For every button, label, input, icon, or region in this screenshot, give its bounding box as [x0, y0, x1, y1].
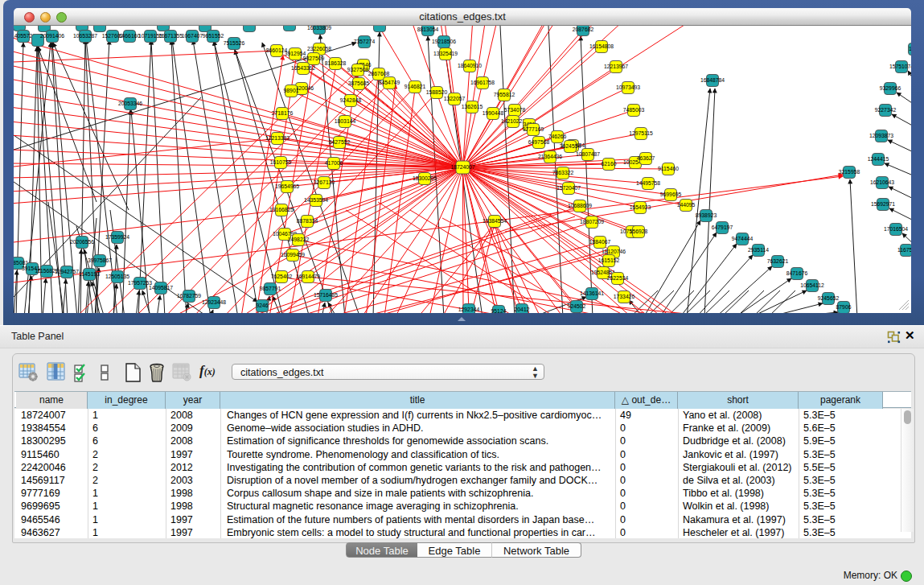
- svg-text:9245652: 9245652: [818, 295, 840, 301]
- svg-text:19384554: 19384554: [483, 218, 507, 224]
- svg-text:18300295: 18300295: [413, 175, 437, 181]
- svg-text:1362615: 1362615: [462, 104, 483, 109]
- svg-text:18120746: 18120746: [602, 249, 626, 254]
- svg-text:16671355: 16671355: [158, 33, 183, 39]
- svg-text:12093873: 12093873: [869, 133, 893, 138]
- svg-text:17359924: 17359924: [105, 234, 129, 240]
- svg-text:9327508: 9327508: [347, 67, 369, 72]
- svg-text:10973493: 10973493: [616, 84, 640, 90]
- svg-text:19654965: 19654965: [275, 183, 299, 189]
- svg-text:16210643: 16210643: [870, 179, 894, 185]
- svg-text:19166825: 19166825: [269, 207, 294, 212]
- svg-text:144095: 144095: [677, 202, 696, 208]
- svg-text:7357274: 7357274: [354, 39, 376, 44]
- svg-text:12505135: 12505135: [105, 274, 129, 279]
- svg-text:15716485: 15716485: [314, 292, 338, 298]
- svg-text:1588520: 1588520: [426, 89, 448, 95]
- svg-text:2867608: 2867608: [368, 71, 390, 76]
- svg-text:746266: 746266: [548, 134, 567, 139]
- svg-text:2522534: 2522534: [607, 275, 629, 281]
- svg-text:8186328: 8186328: [325, 60, 347, 66]
- svg-text:2935114: 2935114: [748, 247, 769, 253]
- svg-text:9246: 9246: [256, 303, 268, 308]
- svg-text:10807487: 10807487: [576, 151, 600, 157]
- svg-text:98901: 98901: [284, 88, 299, 93]
- svg-text:6497568: 6497568: [528, 139, 550, 145]
- svg-text:2087682: 2087682: [573, 27, 594, 32]
- svg-text:6479197: 6479197: [712, 225, 733, 230]
- svg-text:13325419: 13325419: [433, 51, 458, 56]
- svg-text:12942757: 12942757: [55, 269, 79, 274]
- svg-text:20412: 20412: [515, 307, 530, 312]
- svg-text:1884067: 1884067: [589, 239, 611, 245]
- svg-text:14495758: 14495758: [636, 180, 660, 186]
- svg-text:95124: 95124: [491, 308, 507, 314]
- svg-text:1654923: 1654923: [630, 204, 651, 210]
- svg-text:1498222: 1498222: [288, 237, 310, 242]
- svg-text:3215958: 3215958: [839, 169, 860, 175]
- svg-text:9329966: 9329966: [880, 85, 901, 91]
- svg-text:12213383: 12213383: [265, 135, 290, 141]
- svg-text:12975115: 12975115: [629, 130, 653, 136]
- svg-text:16961758: 16961758: [470, 80, 495, 85]
- svg-text:9777169: 9777169: [523, 126, 544, 132]
- svg-text:1322057: 1322057: [444, 96, 466, 101]
- svg-text:1145193: 1145193: [79, 271, 100, 277]
- svg-text:15692971: 15692971: [871, 201, 895, 207]
- svg-text:14210221: 14210221: [501, 118, 525, 124]
- svg-text:924502: 924502: [568, 303, 586, 309]
- svg-text:39975867: 39975867: [88, 257, 112, 263]
- svg-text:1292344: 1292344: [458, 307, 480, 312]
- svg-text:1067407: 1067407: [182, 33, 203, 39]
- svg-text:6466160: 6466160: [119, 33, 141, 39]
- svg-text:9651552: 9651552: [203, 33, 224, 39]
- svg-text:1733426: 1733426: [614, 294, 635, 299]
- svg-text:8878334: 8878334: [297, 218, 318, 224]
- svg-text:16099459: 16099459: [281, 252, 305, 257]
- svg-text:10653287: 10653287: [73, 33, 97, 39]
- svg-text:16848784: 16848784: [700, 77, 725, 83]
- svg-text:1112: 1112: [909, 46, 911, 51]
- svg-text:3267130: 3267130: [314, 179, 335, 185]
- svg-text:14136141: 14136141: [580, 290, 604, 296]
- svg-text:9699695: 9699695: [660, 192, 682, 197]
- svg-text:20053346: 20053346: [118, 101, 142, 106]
- svg-text:7515526: 7515526: [224, 40, 245, 46]
- svg-text:17016504: 17016504: [884, 226, 908, 232]
- svg-text:23226058: 23226058: [307, 46, 331, 51]
- svg-text:8454749: 8454749: [379, 80, 400, 85]
- svg-text:8813054: 8813054: [417, 27, 439, 32]
- svg-text:7955812: 7955812: [494, 92, 515, 97]
- svg-text:19218506: 19218506: [432, 39, 456, 44]
- svg-text:3875685: 3875685: [348, 80, 370, 86]
- svg-text:417006: 417006: [325, 160, 343, 166]
- svg-text:9474444: 9474444: [732, 236, 754, 241]
- svg-text:21364436: 21364436: [538, 154, 562, 159]
- svg-text:7485003: 7485003: [623, 107, 645, 113]
- svg-text:14095817: 14095817: [149, 285, 173, 290]
- svg-text:14353594: 14353594: [304, 197, 328, 203]
- svg-text:7863322: 7863322: [552, 170, 574, 175]
- svg-text:7625402: 7625402: [271, 274, 293, 279]
- svg-text:1803144: 1803144: [335, 118, 356, 124]
- svg-text:16543362: 16543362: [291, 65, 315, 71]
- svg-text:1244415: 1244415: [868, 156, 889, 162]
- svg-text:87906: 87906: [836, 304, 852, 310]
- svg-text:9227342: 9227342: [875, 107, 897, 113]
- svg-text:16033809: 16033809: [307, 26, 331, 31]
- svg-text:20206556: 20206556: [70, 239, 94, 245]
- svg-text:1990448: 1990448: [483, 110, 504, 116]
- svg-text:15720407: 15720407: [556, 185, 581, 191]
- svg-text:10688609: 10688609: [568, 203, 592, 208]
- svg-text:2718176: 2718176: [272, 110, 294, 116]
- svg-text:1610755: 1610755: [270, 159, 292, 165]
- svg-text:9327509: 9327509: [303, 56, 325, 61]
- svg-text:3624554: 3624554: [560, 143, 581, 149]
- svg-text:16914479: 16914479: [296, 274, 320, 279]
- svg-text:9242848: 9242848: [340, 97, 362, 103]
- svg-text:5734078: 5734078: [504, 107, 526, 113]
- svg-text:9146821: 9146821: [405, 84, 426, 89]
- svg-text:116753: 116753: [897, 247, 911, 253]
- svg-text:463627: 463627: [637, 155, 655, 161]
- svg-text:156928: 156928: [630, 229, 648, 234]
